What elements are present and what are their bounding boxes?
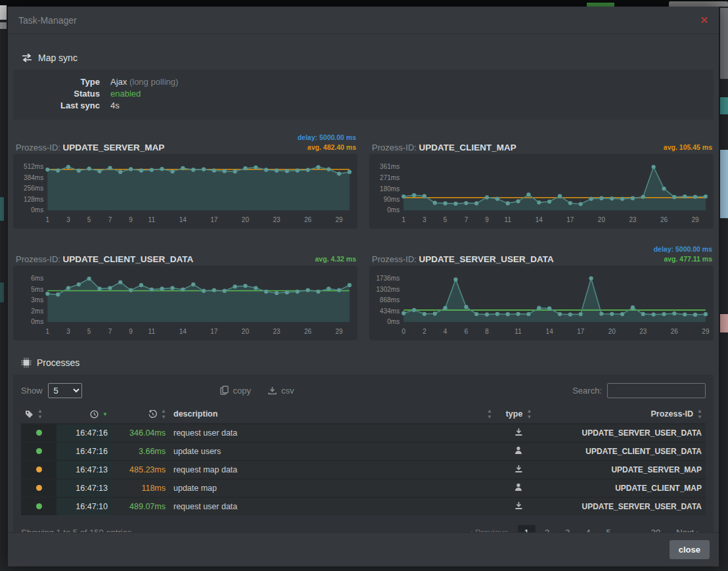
pagination-page-5[interactable]: 5 <box>600 525 618 533</box>
svg-text:8: 8 <box>485 328 489 335</box>
chart-avg-label: avg. 105.45 ms <box>664 143 712 152</box>
prozess-id-cell: UPDATE_CLIENT_MAP <box>541 479 706 497</box>
modal-footer: close <box>8 532 719 566</box>
svg-text:14: 14 <box>535 216 543 223</box>
description-cell: request map data <box>170 461 495 479</box>
svg-text:1: 1 <box>45 216 49 223</box>
svg-text:5: 5 <box>87 328 91 335</box>
duration-cell: 3.66ms <box>112 442 170 461</box>
duration-cell: 346.04ms <box>112 424 170 442</box>
svg-text:1: 1 <box>401 216 405 223</box>
header-type[interactable]: type ▲▼ <box>495 405 541 424</box>
header-status[interactable]: ▲▼ <box>21 405 57 424</box>
background-fragment-left-control <box>0 5 7 20</box>
info-label: Last sync <box>13 100 100 112</box>
header-prozess-id[interactable]: Prozess-ID ▲▼ <box>541 405 706 424</box>
svg-text:3ms: 3ms <box>31 297 43 304</box>
background-page-topbar <box>0 0 728 7</box>
svg-text:6: 6 <box>465 328 468 335</box>
chart-title: Prozess-ID: UPDATE_CLIENT_USER_DATA <box>16 254 193 264</box>
svg-text:3: 3 <box>422 216 426 223</box>
map-sync-heading-label: Map sync <box>38 53 78 63</box>
svg-text:23: 23 <box>639 328 647 335</box>
pagination: ‹ Previous12345…30Next › <box>463 525 706 533</box>
status-cell <box>21 479 57 497</box>
chart-plot: 1736ms1302ms868ms434ms0ms024681114172023… <box>371 269 712 339</box>
process-row: 16:47:16 3.66ms update users UPDATE_CLIE… <box>21 442 706 461</box>
pagination-page-2[interactable]: 2 <box>538 525 556 533</box>
process-row: 16:47:13 485.23ms request map data UPDAT… <box>21 461 706 479</box>
svg-text:11: 11 <box>514 328 522 335</box>
svg-text:17: 17 <box>210 216 218 223</box>
show-label: Show <box>21 386 43 396</box>
pagination-page-…[interactable]: … <box>620 525 642 533</box>
copy-icon <box>220 386 229 395</box>
type-cell <box>495 461 541 479</box>
search-label: Search: <box>572 386 602 396</box>
close-icon[interactable]: ✕ <box>700 15 708 25</box>
svg-text:0: 0 <box>401 328 405 335</box>
chart-stats: delay: 5000.00 ms avg. 477.11 ms <box>654 244 712 264</box>
show-entries-select[interactable]: 5 <box>48 383 82 398</box>
svg-text:14: 14 <box>179 216 187 223</box>
svg-text:361ms: 361ms <box>380 164 399 171</box>
copy-button[interactable]: copy <box>220 386 251 396</box>
sort-icon: ▲▼ <box>37 408 42 420</box>
info-note: (long polling) <box>129 77 178 87</box>
server-icon <box>514 501 523 510</box>
prozess-id-cell: UPDATE_CLIENT_USER_DATA <box>541 442 706 461</box>
svg-text:5: 5 <box>87 216 91 223</box>
svg-text:14: 14 <box>546 328 554 335</box>
chart-panel: 6ms5ms3ms2ms0ms1357911141720232629 <box>13 265 357 340</box>
pagination-page-3[interactable]: 3 <box>558 525 576 533</box>
server-icon <box>514 465 523 473</box>
svg-text:23: 23 <box>629 216 637 223</box>
svg-text:3: 3 <box>66 328 70 335</box>
svg-text:271ms: 271ms <box>380 174 399 181</box>
search-group: Search: <box>572 383 706 398</box>
search-input[interactable] <box>607 383 706 398</box>
svg-text:20: 20 <box>598 216 606 223</box>
background-fragment-gray <box>669 1 728 7</box>
time-cell: 16:47:16 <box>57 424 112 442</box>
background-fragment-right-pink <box>720 314 728 332</box>
processes-heading: Processes <box>21 357 714 368</box>
close-button[interactable]: close <box>670 540 710 559</box>
description-cell: request user data <box>170 497 495 515</box>
prozess-id-cell: UPDATE_SERVER_USER_DATA <box>541 424 706 442</box>
type-cell <box>495 497 541 515</box>
svg-text:4: 4 <box>444 328 447 335</box>
header-time[interactable]: ▼ <box>57 405 112 424</box>
status-dot <box>36 448 42 454</box>
svg-text:1302ms: 1302ms <box>376 286 400 293</box>
svg-text:0ms: 0ms <box>387 319 399 326</box>
modal-body: Map sync Type Ajax (long polling) Status… <box>8 34 719 532</box>
svg-text:0ms: 0ms <box>31 319 43 326</box>
svg-text:1736ms: 1736ms <box>376 275 400 283</box>
chart-panel: 361ms271ms180ms90ms0ms135791114172023262… <box>369 154 714 229</box>
chart-stats: avg. 105.45 ms <box>664 143 712 152</box>
pagination-next[interactable]: Next › <box>670 525 706 533</box>
status-value: enabled <box>110 88 141 100</box>
prozess-id-cell: UPDATE_SERVER_MAP <box>541 461 706 479</box>
chip-icon <box>21 357 32 368</box>
background-fragment-left-control2 <box>0 22 7 29</box>
chart-avg-label: avg. 4.32 ms <box>315 254 356 264</box>
svg-text:180ms: 180ms <box>380 185 399 193</box>
svg-text:14: 14 <box>179 328 187 335</box>
csv-button[interactable]: csv <box>268 386 294 396</box>
svg-text:17: 17 <box>577 328 585 335</box>
history-icon <box>148 410 157 419</box>
svg-text:17: 17 <box>566 216 574 223</box>
svg-text:7: 7 <box>108 216 112 223</box>
chart-title: Prozess-ID: UPDATE_SERVER_USER_DATA <box>372 254 554 264</box>
pagination-page-30[interactable]: 30 <box>645 525 667 533</box>
pagination-page-4[interactable]: 4 <box>579 525 597 533</box>
pagination-page-1[interactable]: 1 <box>518 525 535 533</box>
last-sync-value: 4s <box>110 100 120 112</box>
pagination-previous[interactable]: ‹ Previous <box>463 525 515 533</box>
header-description[interactable]: description ▲▼ <box>170 405 495 424</box>
info-row-status: Status enabled <box>13 88 714 100</box>
svg-text:26: 26 <box>660 216 668 223</box>
header-duration[interactable]: ▲▼ <box>112 405 170 424</box>
